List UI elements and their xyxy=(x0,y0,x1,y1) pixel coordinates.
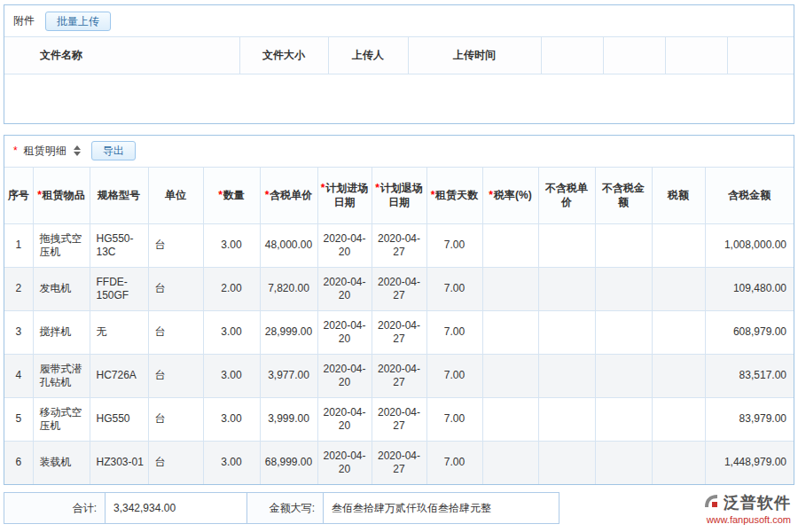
rental-cell: 7,820.00 xyxy=(260,267,317,310)
rental-cell: 3.00 xyxy=(203,223,260,267)
amount-words-value: 叁佰叁拾肆万贰仟玖佰叁拾肆元整 xyxy=(324,492,559,524)
rental-cell xyxy=(595,223,652,267)
required-asterisk: * xyxy=(265,189,270,201)
rental-cell xyxy=(538,310,595,354)
rental-col-header: *计划退场日期 xyxy=(372,167,426,223)
rental-cell: 发电机 xyxy=(33,267,90,310)
rental-row[interactable]: 1拖拽式空压机HG550-13C台3.0048,000.002020-04-20… xyxy=(4,223,794,267)
rental-panel: * 租赁明细 导出 序号*租赁物品规格型号单位*数量*含税单价*计划进场日期*计… xyxy=(4,135,794,486)
rental-cell: 6 xyxy=(4,441,33,484)
rental-cell: 7.00 xyxy=(426,354,482,397)
attachment-table: 文件名称文件大小上传人上传时间 xyxy=(4,36,794,123)
total-label: 合计: xyxy=(4,492,106,524)
rental-cell: 履带式潜孔钻机 xyxy=(33,354,90,397)
export-button[interactable]: 导出 xyxy=(91,141,136,160)
rental-cell xyxy=(538,223,595,267)
rental-cell: 台 xyxy=(148,267,203,310)
rental-cell: 28,999.00 xyxy=(260,310,317,354)
batch-upload-button[interactable]: 批量上传 xyxy=(45,12,111,31)
sort-up-icon xyxy=(74,145,81,150)
rental-cell: 3.00 xyxy=(203,354,260,397)
rental-row[interactable]: 4履带式潜孔钻机HC726A台3.003,977.002020-04-20202… xyxy=(4,354,794,397)
rental-cell: 83,979.00 xyxy=(705,397,794,441)
rental-cell: 3.00 xyxy=(203,397,260,441)
rental-col-header: *计划进场日期 xyxy=(317,167,372,223)
rental-col-header: 不含税金额 xyxy=(595,167,652,223)
rental-cell: 2.00 xyxy=(203,267,260,310)
rental-row[interactable]: 2发电机FFDE-150GF台2.007,820.002020-04-20202… xyxy=(4,267,794,310)
rental-cell xyxy=(652,354,705,397)
attachment-col-header: 上传人 xyxy=(328,37,408,74)
rental-row[interactable]: 6装载机HZ303-01台3.0068,999.002020-04-202020… xyxy=(4,441,794,484)
rental-cell: 2020-04-27 xyxy=(372,441,426,484)
rental-cell: 拖拽式空压机 xyxy=(33,223,90,267)
rental-cell: HG550-13C xyxy=(90,223,148,267)
rental-col-header: *含税单价 xyxy=(260,167,317,223)
rental-cell: 搅拌机 xyxy=(33,310,90,354)
rental-row[interactable]: 3搅拌机无台3.0028,999.002020-04-202020-04-277… xyxy=(4,310,794,354)
attachment-col-header: 文件大小 xyxy=(239,37,328,74)
rental-cell xyxy=(595,397,652,441)
rental-cell xyxy=(538,267,595,310)
rental-cell: 2020-04-20 xyxy=(317,223,372,267)
rental-cell: 2020-04-27 xyxy=(372,267,426,310)
sort-down-icon xyxy=(74,152,81,156)
rental-cell xyxy=(652,267,705,310)
attachment-col-header xyxy=(541,37,603,74)
attachment-col-header: 文件名称 xyxy=(4,37,239,74)
rental-cell: 2 xyxy=(4,267,33,310)
rental-cell xyxy=(538,354,595,397)
rental-cell: 3.00 xyxy=(203,441,260,484)
rental-cell xyxy=(652,310,705,354)
rental-cell: 7.00 xyxy=(426,223,482,267)
rental-cell: 2020-04-20 xyxy=(317,397,372,441)
rental-cell: FFDE-150GF xyxy=(90,267,148,310)
rental-cell xyxy=(482,397,538,441)
rental-cell: 1,448,979.00 xyxy=(705,441,794,484)
summary-bar: 合计: 3,342,934.00 金额大写: 叁佰叁拾肆万贰仟玖佰叁拾肆元整 泛… xyxy=(4,492,794,524)
rental-cell: 台 xyxy=(148,397,203,441)
rental-row[interactable]: 5移动式空压机HG550台3.003,999.002020-04-202020-… xyxy=(4,397,794,441)
rental-cell: 2020-04-27 xyxy=(372,354,426,397)
amount-words-label: 金额大写: xyxy=(247,492,324,524)
rental-col-header: 不含税单价 xyxy=(538,167,595,223)
attachment-col-header xyxy=(727,37,794,74)
required-asterisk: * xyxy=(321,182,325,194)
attachment-toolbar: 附件 批量上传 xyxy=(4,5,794,36)
required-asterisk: * xyxy=(218,189,223,201)
rental-cell: 2020-04-20 xyxy=(317,354,372,397)
rental-cell xyxy=(652,397,705,441)
rental-cell: 48,000.00 xyxy=(260,223,317,267)
rental-cell: 109,480.00 xyxy=(705,267,794,310)
rental-cell: HG550 xyxy=(90,397,148,441)
rental-cell: 2020-04-27 xyxy=(372,310,426,354)
rental-cell: 2020-04-20 xyxy=(317,310,372,354)
rental-cell: HC726A xyxy=(90,354,148,397)
rental-col-header: *数量 xyxy=(203,167,260,223)
rental-cell xyxy=(482,267,538,310)
rental-cell xyxy=(595,354,652,397)
rental-cell xyxy=(595,310,652,354)
brand-url: www.fanpusoft.com xyxy=(707,514,791,525)
rental-cell: 3 xyxy=(4,310,33,354)
attachments-tab[interactable]: 附件 xyxy=(13,13,35,28)
rental-col-header: 单位 xyxy=(148,167,203,223)
rental-col-header: *税率(%) xyxy=(482,167,538,223)
rental-col-header: 序号 xyxy=(4,167,33,223)
rental-cell: 2020-04-27 xyxy=(372,223,426,267)
attachment-empty-area xyxy=(4,74,794,123)
rental-cell: 2020-04-20 xyxy=(317,267,372,310)
rental-cell xyxy=(482,223,538,267)
rental-cell xyxy=(482,310,538,354)
page: 附件 批量上传 文件名称文件大小上传人上传时间 * 租赁明细 导出 xyxy=(0,0,798,524)
rental-cell: 7.00 xyxy=(426,441,482,484)
rental-cell: 1 xyxy=(4,223,33,267)
rental-cell: 台 xyxy=(148,354,203,397)
rental-cell xyxy=(595,267,652,310)
required-asterisk: * xyxy=(13,145,18,157)
rental-col-header: 税额 xyxy=(652,167,705,223)
rental-cell xyxy=(538,397,595,441)
rental-toolbar: * 租赁明细 导出 xyxy=(4,136,794,167)
brand-name: 泛普软件 xyxy=(724,492,791,513)
sort-control[interactable] xyxy=(74,145,81,156)
